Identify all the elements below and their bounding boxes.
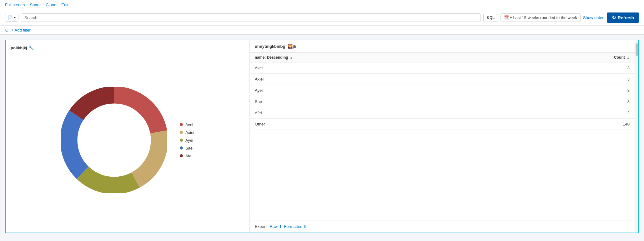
- cell-name: Avei: [250, 62, 501, 74]
- scrollbar-thumb: [636, 43, 638, 56]
- export-label: Export:: [255, 224, 268, 229]
- legend-dot: [180, 154, 183, 157]
- right-panel-title: uhnytmgkbnibg: [255, 44, 285, 49]
- doc-icon: 📄: [8, 15, 13, 20]
- main-content: poilkhjkj 🔧: [0, 35, 644, 238]
- legend-item: Avei: [180, 122, 194, 127]
- cell-count: 3: [501, 74, 635, 85]
- legend-item: Ayei: [180, 138, 194, 143]
- cell-name: Axiei: [250, 74, 501, 85]
- legend-item: Axiei: [180, 130, 194, 135]
- kql-button[interactable]: KQL: [483, 14, 498, 22]
- date-picker[interactable]: 📅 ▾ Last 15 weeks rounded to the week: [501, 13, 581, 22]
- col-count: Count ▲: [501, 53, 635, 62]
- edit-link[interactable]: Edit: [61, 2, 68, 7]
- table-row: Axiei 3: [250, 74, 635, 85]
- formatted-label: Formatted: [284, 224, 302, 229]
- export-bar: Export: Raw ⬇ Formatted ⬇: [250, 220, 635, 233]
- right-panel-emoji: 🌄jh: [288, 44, 296, 49]
- clone-link[interactable]: Clone: [46, 2, 56, 7]
- table-row: Avei 3: [250, 62, 635, 74]
- donut-svg: [61, 87, 167, 193]
- table-row: Afei 2: [250, 107, 635, 119]
- legend-dot: [180, 139, 183, 142]
- cell-count: 140: [501, 119, 635, 130]
- cell-count: 3: [501, 96, 635, 107]
- raw-export-link[interactable]: Raw ⬇: [269, 224, 282, 229]
- right-panel-header: uhnytmgkbnibg 🌄jh: [250, 40, 635, 53]
- table-header-row: name: Descending ▲ Count ▲: [250, 53, 635, 62]
- raw-label: Raw: [269, 224, 278, 229]
- share-link[interactable]: Share: [30, 2, 41, 7]
- left-panel-title: poilkhjkj 🔧: [11, 45, 244, 50]
- sort-icon: ▲: [290, 56, 293, 59]
- doc-selector[interactable]: 📄 ▾: [5, 14, 18, 22]
- calendar-icon: 📅: [504, 15, 509, 20]
- legend-label: Ayei: [185, 138, 193, 143]
- cell-name: Afei: [250, 107, 501, 119]
- legend-label: Afei: [185, 154, 192, 158]
- cell-name: Ayei: [250, 85, 501, 96]
- download-icon: ⬇: [279, 224, 282, 229]
- data-table-wrap: name: Descending ▲ Count ▲ Avei 3 Axiei …: [250, 53, 635, 220]
- table-row: Ayei 3: [250, 85, 635, 96]
- legend-label: Axiei: [185, 130, 194, 135]
- refresh-label: Refresh: [618, 15, 634, 20]
- legend-label: Sae: [185, 146, 193, 150]
- right-panel: uhnytmgkbnibg 🌄jh name: Descending ▲ Cou…: [249, 40, 635, 233]
- filter-bar: ⊙ + Add filter: [0, 26, 644, 35]
- search-bar: 📄 ▾ KQL 📅 ▾ Last 15 weeks rounded to the…: [0, 10, 644, 26]
- legend-item: Afei: [180, 154, 194, 158]
- legend-dot: [180, 131, 183, 134]
- chart-area: Avei Axiei Ayei Sae Afei: [11, 55, 244, 225]
- filter-icon: ⊙: [5, 27, 9, 32]
- cell-name: Sae: [250, 96, 501, 107]
- cell-name: Other: [250, 119, 501, 130]
- refresh-icon: ↻: [612, 15, 616, 21]
- sort-icon: ▲: [626, 56, 630, 59]
- chevron-down-icon: ▾: [510, 16, 512, 19]
- legend-dot: [180, 123, 183, 126]
- main-panel: poilkhjkj 🔧: [5, 40, 639, 233]
- top-nav: Full screen Share Clone Edit: [0, 0, 644, 10]
- search-input-wrap: [21, 13, 481, 22]
- settings-icon: 🔧: [28, 45, 34, 50]
- chevron-down-icon: ▾: [14, 16, 16, 19]
- left-panel: poilkhjkj 🔧: [6, 40, 249, 233]
- chart-legend: Avei Axiei Ayei Sae Afei: [180, 122, 194, 158]
- legend-item: Sae: [180, 146, 194, 150]
- col-name: name: Descending ▲: [250, 53, 501, 62]
- legend-label: Avei: [185, 122, 193, 127]
- table-body: Avei 3 Axiei 3 Ayei 3 Sae 3 Afei 2 Other…: [250, 62, 635, 130]
- scrollbar[interactable]: [635, 40, 638, 233]
- cell-count: 2: [501, 107, 635, 119]
- legend-dot: [180, 146, 183, 150]
- fullscreen-link[interactable]: Full screen: [5, 2, 25, 7]
- download-icon: ⬇: [303, 224, 307, 229]
- search-input[interactable]: [24, 15, 477, 20]
- table-row: Other 140: [250, 119, 635, 130]
- donut-chart: [61, 87, 167, 193]
- donut-center: [86, 112, 143, 169]
- date-range-text: Last 15 weeks rounded to the week: [513, 15, 577, 20]
- data-table: name: Descending ▲ Count ▲ Avei 3 Axiei …: [250, 53, 635, 130]
- left-panel-title-text: poilkhjkj: [11, 46, 27, 50]
- add-filter-button[interactable]: + Add filter: [11, 28, 31, 32]
- formatted-export-link[interactable]: Formatted ⬇: [284, 224, 307, 229]
- refresh-button[interactable]: ↻ Refresh: [607, 12, 639, 23]
- cell-count: 3: [501, 85, 635, 96]
- show-dates-button[interactable]: Show dates: [583, 15, 604, 20]
- cell-count: 3: [501, 62, 635, 74]
- table-row: Sae 3: [250, 96, 635, 107]
